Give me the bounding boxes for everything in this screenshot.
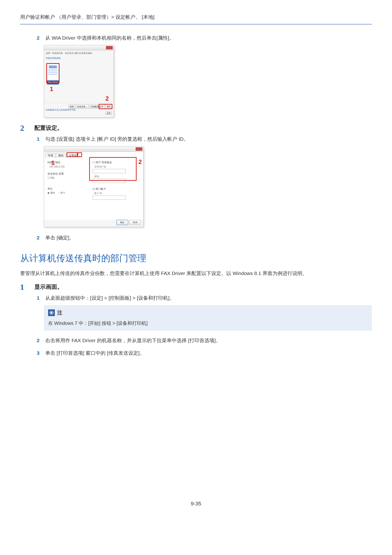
substep-text: 单击 [确定]。 xyxy=(45,235,74,240)
account-label[interactable]: 部门帐户 xyxy=(96,187,106,190)
step-number: 1 xyxy=(20,283,34,291)
note-label: 注 xyxy=(57,308,62,317)
note-box: 注 在 Windows 7 中：[开始] 按钮 > [设备和打印机] xyxy=(44,305,372,330)
note-text: 在 Windows 7 中：[开始] 按钮 > [设备和打印机] xyxy=(48,319,368,327)
ok-button[interactable]: 确定 xyxy=(117,220,128,225)
close-button[interactable]: 关闭 xyxy=(105,111,112,115)
close-icon[interactable] xyxy=(106,46,113,49)
footer-link[interactable]: 控制面板主页上的设备和打印机 xyxy=(44,108,77,112)
substep-text: 从 WIA Driver 中选择和本机相同的名称，然后单击[属性]。 xyxy=(45,35,174,41)
callout-2: 2 xyxy=(138,157,142,167)
substep-number: 2 xyxy=(37,34,44,42)
account-id-input[interactable] xyxy=(93,196,126,200)
dialog-titlebar xyxy=(44,45,114,51)
dialog-desc: 选择一种设备列表，然后单击"属性"以查看其属性。 xyxy=(44,51,114,56)
substep-number: 1 xyxy=(37,294,44,302)
protocol-label: 安全协议 设置 xyxy=(47,172,64,175)
callout-2: 2 xyxy=(106,94,109,104)
substep-number: 3 xyxy=(37,349,44,357)
substep-text: 从桌面超级按钮中：[设定] > [控制面板] > [设备和打印机]。 xyxy=(45,295,175,301)
note-icon xyxy=(48,309,55,316)
highlight-1b xyxy=(77,152,82,157)
substep-number: 2 xyxy=(37,336,44,344)
callout-1: 1 xyxy=(50,84,53,94)
tab-general[interactable]: 常规 xyxy=(46,153,56,158)
close-icon[interactable] xyxy=(136,147,142,151)
substep-text: 勾选 [设置值] 选项卡上 [帐户 ID] 旁的复选框，然后输入帐户 ID。 xyxy=(45,136,189,142)
tab-color[interactable]: 颜色 xyxy=(56,153,66,158)
breadcrumb: 用户验证和帐户 （用户登录、部门管理）> 设定帐户。 [本地] xyxy=(20,13,372,24)
svg-point-1 xyxy=(51,312,52,314)
substep-text: 右击将用作 FAX Driver 的机器名称，并从显示的下拉菜单中选择 [打印首… xyxy=(45,338,221,343)
step-number: 2 xyxy=(20,124,34,132)
page-number: 9-35 xyxy=(20,499,372,508)
account-id-label: 帐户 ID xyxy=(94,192,102,195)
figure-settings-dialog: 常规 颜色 设置值 扫描仪地址192.168.0.230 1 安全协议 设置 ☐… xyxy=(44,146,143,227)
highlight-1 xyxy=(46,63,59,83)
unit-label: 单位 xyxy=(47,187,53,190)
step-title: 显示画面。 xyxy=(34,283,63,291)
unit-inch[interactable]: 英寸 xyxy=(60,191,65,194)
section-heading: 从计算机传送传真时的部门管理 xyxy=(20,251,372,265)
dialog-titlebar xyxy=(44,147,143,152)
step-title: 配置设定。 xyxy=(34,124,63,132)
figure-wia-dialog: 选择一种设备列表，然后单击"属性"以查看其属性。 扫描仪和照相机 WIA Dri… xyxy=(44,45,114,117)
cancel-button[interactable]: 取消 xyxy=(129,220,141,225)
highlight-1 xyxy=(67,152,78,157)
section-intro: 要管理从计算机上传送的传真作业份数，您需要在计算机上使用 FAX Driver … xyxy=(20,269,372,278)
highlight-2 xyxy=(89,157,137,181)
substep-number: 1 xyxy=(37,135,44,143)
add-device-button[interactable]: 添加设备... xyxy=(76,104,89,109)
ssl-checkbox-label[interactable]: SSL xyxy=(50,176,55,179)
dialog-link[interactable]: 扫描仪和照相机 xyxy=(44,56,114,60)
unit-mm[interactable]: 毫米 xyxy=(50,191,55,194)
substep-text: 单击 [打印首选项] 窗口中的 [传真发送设定]。 xyxy=(45,350,145,356)
callout-1: 1 xyxy=(51,158,55,168)
substep-number: 2 xyxy=(37,234,44,242)
